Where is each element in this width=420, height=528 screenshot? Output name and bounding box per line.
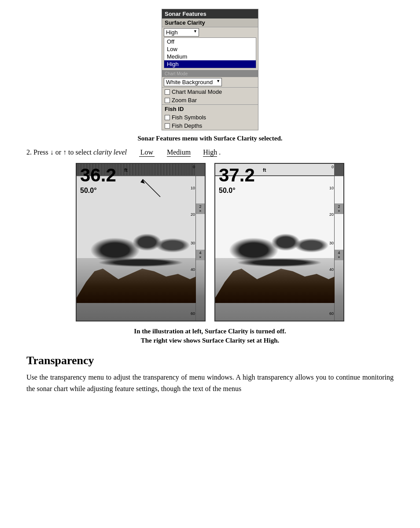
transparency-heading: Transparency <box>26 354 394 367</box>
left-scale-20: 20 <box>191 212 195 217</box>
surface-clarity-label: Surface Clarity <box>162 18 258 27</box>
menu-title: Sonar Features <box>162 9 258 18</box>
images-caption: In the illustration at left, Surface Cla… <box>26 327 394 345</box>
right-sonar-display: 37.2 ft 50.0° 0 10 20 30 40 50 60 2× 4× <box>214 163 344 321</box>
fish-symbols-label: Fish Symbols <box>172 114 206 121</box>
fish-symbols-checkbox[interactable] <box>165 115 170 120</box>
transparency-body: Use the transparency menu to adjust the … <box>26 372 394 394</box>
left-scale-40: 40 <box>191 267 195 272</box>
surface-clarity-dropdown-row[interactable]: High <box>162 27 258 37</box>
pipe3 <box>192 148 201 156</box>
clarity-level-text: clarity level <box>93 148 127 156</box>
option-medium[interactable]: Medium <box>164 53 256 60</box>
arrow-down-icon: ↓ <box>50 148 54 156</box>
left-scale-60: 60 <box>191 311 195 316</box>
chart-manual-mode-label: Chart Manual Mode <box>172 89 222 95</box>
chart-manual-mode-checkbox[interactable] <box>165 89 170 95</box>
caption-line2: The right view shows Surface Clarity set… <box>26 336 394 345</box>
menu-wrapper: Sonar Features Surface Clarity High Off … <box>26 9 394 130</box>
left-zoom-2x: 2× <box>196 204 205 213</box>
medium-label: Medium <box>167 148 191 157</box>
or-text: or <box>55 148 61 156</box>
fish-depths-label: Fish Depths <box>172 122 202 129</box>
right-scale-0: 0 <box>332 165 334 169</box>
right-scale-20: 20 <box>329 212 334 217</box>
fish-depths-checkbox[interactable] <box>165 123 170 129</box>
surface-clarity-dropdown[interactable]: High <box>164 28 199 37</box>
left-scale-0: 0 <box>193 165 195 169</box>
left-sonar-display: 36.2 ft 50.0° 0 10 20 30 40 50 60 2× 4× <box>76 163 206 321</box>
fish-id-label: Fish ID <box>162 104 258 113</box>
arrow-up-icon: ↑ <box>63 148 66 156</box>
menu-caption: Sonar Features menu with Surface Clarity… <box>26 135 394 142</box>
option-off[interactable]: Off <box>164 38 256 45</box>
to-select-text: to select <box>68 148 92 156</box>
svg-marker-1 <box>140 179 145 184</box>
sonar-features-menu: Sonar Features Surface Clarity High Off … <box>162 9 258 130</box>
pipe2 <box>156 148 165 156</box>
high-label: High <box>203 148 217 157</box>
divider-row: Chart Mode <box>162 70 258 77</box>
left-zoom-4x: 4× <box>196 251 205 259</box>
right-depth-number: 37.2 <box>219 166 255 185</box>
sonar-images-row: 36.2 ft 50.0° 0 10 20 30 40 50 60 2× 4× <box>26 163 394 321</box>
option-high[interactable]: High <box>164 60 256 68</box>
right-zoom-4x: 4× <box>335 251 343 259</box>
pipe1 <box>129 148 137 156</box>
dot: . <box>219 148 221 156</box>
option-low[interactable]: Low <box>164 45 256 53</box>
right-zoom-box: 2× <box>335 203 343 214</box>
right-angle: 50.0° <box>219 187 236 195</box>
right-scale-10: 10 <box>329 186 334 190</box>
press-text: Press <box>33 148 48 156</box>
fish-symbols-row[interactable]: Fish Symbols <box>162 113 258 122</box>
zoom-bar-label: Zoom Bar <box>172 97 197 103</box>
left-scale-10: 10 <box>191 186 195 190</box>
page-container: Sonar Features Surface Clarity High Off … <box>0 0 420 403</box>
right-scale-40: 40 <box>329 267 334 272</box>
step-number: 2. <box>26 148 32 156</box>
left-zoom-box: 2× <box>196 203 205 214</box>
low-label: Low <box>139 148 155 157</box>
left-angle: 50.0° <box>80 187 97 195</box>
left-scale-30: 30 <box>191 241 195 245</box>
white-background-dropdown[interactable]: White Background <box>164 78 222 86</box>
surface-clarity-options: Off Low Medium High <box>164 37 256 68</box>
left-zoom-box-4x: 4× <box>196 250 205 260</box>
instruction-row: 2. Press ↓ or ↑ to select clarity level … <box>26 148 394 157</box>
left-arrow-svg <box>134 173 169 199</box>
caption-line1: In the illustration at left, Surface Cla… <box>26 327 394 336</box>
white-background-row[interactable]: White Background <box>162 77 258 88</box>
right-depth-ft: ft <box>263 167 266 173</box>
svg-line-0 <box>143 179 160 197</box>
fish-depths-row[interactable]: Fish Depths <box>162 122 258 130</box>
left-depth-ft: ft <box>124 167 127 173</box>
right-scale-60: 60 <box>329 311 334 316</box>
zoom-bar-row[interactable]: Zoom Bar <box>162 96 258 104</box>
right-scale-30: 30 <box>329 241 334 245</box>
right-zoom-2x: 2× <box>335 204 343 213</box>
right-zoom-box-4x: 4× <box>335 250 343 260</box>
left-depth-number: 36.2 <box>80 166 116 185</box>
zoom-bar-checkbox[interactable] <box>165 98 170 103</box>
chart-manual-mode-row[interactable]: Chart Manual Mode <box>162 88 258 96</box>
